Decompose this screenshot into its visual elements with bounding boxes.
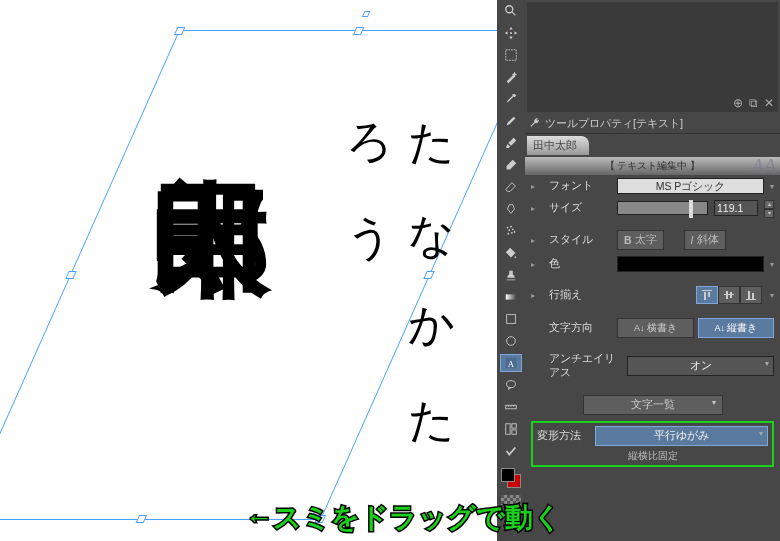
ruby-text[interactable]: たなかたろう: [340, 90, 464, 540]
svg-point-12: [507, 337, 516, 346]
duplicate-icon[interactable]: ⧉: [749, 96, 758, 110]
svg-point-3: [507, 227, 509, 229]
style-row: ▸ スタイル B太字 I斜体: [525, 227, 780, 253]
svg-text:A: A: [508, 359, 515, 369]
expand-icon[interactable]: ▸: [531, 236, 543, 245]
annotation-text: スミをドラッグで動く: [273, 502, 562, 533]
eyedropper-icon[interactable]: [500, 90, 522, 108]
svg-rect-29: [746, 299, 756, 300]
vertical-writing-button[interactable]: A↓縦書き: [698, 318, 775, 338]
handle-top-left[interactable]: [174, 27, 186, 35]
svg-rect-11: [507, 315, 516, 324]
svg-rect-22: [512, 430, 516, 434]
size-stepper[interactable]: ▴▾: [764, 200, 774, 216]
svg-rect-2: [506, 50, 517, 61]
svg-point-8: [511, 232, 513, 234]
navigator-preview: ⊕ ⧉ ✕: [527, 2, 778, 112]
correction-icon[interactable]: [500, 442, 522, 460]
fill-icon[interactable]: [500, 244, 522, 262]
wand-icon[interactable]: [500, 68, 522, 86]
align-row: ▸ 行揃え ▾: [525, 283, 780, 307]
expand-icon[interactable]: ▸: [531, 260, 543, 269]
direction-label: 文字方向: [549, 321, 611, 335]
size-value[interactable]: 119.1: [714, 200, 758, 216]
bold-button[interactable]: B太字: [617, 230, 664, 250]
editing-label: 【 テキスト編集中 】: [605, 160, 701, 171]
magnifier-icon[interactable]: [500, 2, 522, 20]
brush-icon[interactable]: [500, 134, 522, 152]
font-row: ▸ フォント MS Pゴシック ▾: [525, 175, 780, 197]
align-top-icon[interactable]: [696, 286, 718, 304]
annotation-callout: ←スミをドラッグで動く: [245, 499, 562, 537]
svg-rect-27: [726, 291, 728, 299]
expand-icon[interactable]: ▸: [531, 182, 543, 191]
pen-icon[interactable]: [500, 112, 522, 130]
font-select[interactable]: MS Pゴシック: [617, 178, 764, 194]
svg-rect-24: [704, 292, 706, 300]
align-bottom-icon[interactable]: [740, 286, 762, 304]
color-swatch[interactable]: [501, 468, 521, 488]
svg-point-6: [512, 228, 514, 230]
antialias-select[interactable]: オン: [627, 356, 774, 376]
italic-button[interactable]: I斜体: [684, 230, 726, 250]
direction-row: ▸ 文字方向 A↓横書き A↓縦書き: [525, 315, 780, 341]
svg-rect-31: [752, 293, 754, 299]
dropdown-icon[interactable]: ▾: [770, 291, 774, 300]
text-color-swatch[interactable]: [617, 256, 764, 272]
tool-property-panel: ⊕ ⧉ ✕ ツールプロパティ[テキスト] 田中太郎 【 テキスト編集中 】 AA…: [525, 0, 780, 541]
move-icon[interactable]: [500, 24, 522, 42]
svg-point-4: [510, 226, 512, 228]
shape-icon[interactable]: [500, 332, 522, 350]
dropdown-icon[interactable]: ▾: [770, 260, 774, 269]
expand-icon[interactable]: ▸: [531, 291, 543, 300]
svg-point-15: [507, 381, 516, 388]
dropdown-icon[interactable]: ▾: [770, 182, 774, 191]
stamp-icon[interactable]: [500, 266, 522, 284]
eraser-icon[interactable]: [500, 178, 522, 196]
horizontal-writing-button[interactable]: A↓横書き: [617, 318, 694, 338]
transform-highlight: 変形方法 平行ゆがみ 縦横比固定: [531, 421, 774, 467]
handle-mid-left[interactable]: [65, 271, 77, 279]
align-label: 行揃え: [549, 288, 611, 302]
svg-rect-23: [702, 290, 712, 291]
text-icon[interactable]: A: [500, 354, 522, 372]
handle-bottom-mid[interactable]: [136, 515, 148, 523]
svg-point-0: [506, 6, 513, 13]
marquee-icon[interactable]: [500, 46, 522, 64]
close-icon[interactable]: ✕: [764, 96, 774, 110]
expand-icon[interactable]: ▸: [531, 204, 543, 213]
spray-icon[interactable]: [500, 222, 522, 240]
rotation-handle[interactable]: [362, 11, 371, 17]
handle-top-mid[interactable]: [353, 27, 365, 35]
size-row: ▸ サイズ 119.1 ▴▾: [525, 197, 780, 219]
transform-label: 変形方法: [537, 429, 589, 443]
svg-point-7: [508, 233, 510, 235]
size-label: サイズ: [549, 201, 611, 215]
font-label: フォント: [549, 179, 611, 193]
subtool-tab[interactable]: 田中太郎: [527, 136, 589, 155]
blend-icon[interactable]: [500, 200, 522, 218]
panel-title: ツールプロパティ[テキスト]: [545, 116, 683, 131]
svg-rect-21: [512, 424, 516, 428]
wrench-icon[interactable]: [529, 117, 541, 131]
text-decoration-icon: AA: [752, 155, 776, 178]
svg-rect-10: [506, 294, 517, 299]
text-object[interactable]: 田中太郎 たなかたろう: [10, 40, 430, 540]
align-middle-icon[interactable]: [718, 286, 740, 304]
ruler-icon[interactable]: [500, 398, 522, 416]
svg-rect-25: [708, 292, 710, 297]
canvas-area[interactable]: 田中太郎 たなかたろう: [0, 0, 495, 541]
balloon-icon[interactable]: [500, 376, 522, 394]
size-slider[interactable]: [617, 201, 708, 215]
marker-icon[interactable]: [500, 156, 522, 174]
antialias-label: アンチエイリアス: [549, 352, 621, 380]
transform-method-select[interactable]: 平行ゆがみ: [595, 426, 768, 446]
antialias-row: ▸ アンチエイリアス オン: [525, 349, 780, 383]
shape-outline-icon[interactable]: [500, 310, 522, 328]
panel-icon[interactable]: [500, 420, 522, 438]
character-list-button[interactable]: 文字一覧: [583, 395, 723, 415]
gradient-icon[interactable]: [500, 288, 522, 306]
add-icon[interactable]: ⊕: [733, 96, 743, 110]
arrow-left-icon: ←: [245, 502, 273, 533]
tool-palette: A: [497, 0, 525, 541]
